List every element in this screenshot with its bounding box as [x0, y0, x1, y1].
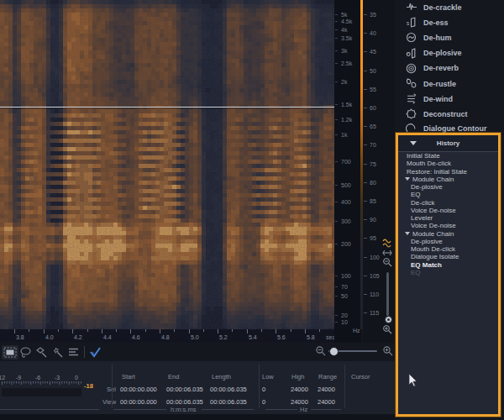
svg-text:s: s — [407, 20, 410, 26]
